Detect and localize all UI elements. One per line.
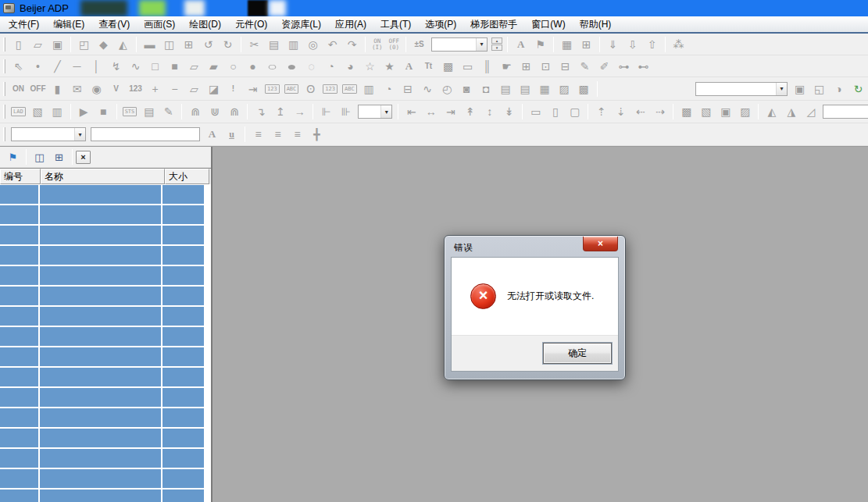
screen-button-icon[interactable]: ▱ [184,80,204,98]
function-button-icon[interactable]: ◪ [204,80,223,98]
prev-screen-icon[interactable]: ↺ [198,36,218,53]
table-row[interactable] [0,246,211,266]
draw-parallelogram-icon[interactable]: ▱ [184,58,204,75]
connector-b-icon[interactable]: ⊷ [634,58,653,75]
numeric-entry-icon[interactable]: 123 [126,80,145,98]
ladder-copy-icon[interactable]: ▥ [48,103,67,120]
column-header-name[interactable]: 名称 [41,169,165,184]
table-row[interactable] [0,287,211,307]
draw-point-icon[interactable]: • [28,58,48,75]
page-copy-icon[interactable]: ▤ [139,103,159,120]
touch-area-icon[interactable]: ☛ [497,58,516,75]
dashed-frame-icon[interactable]: ⊟ [555,58,575,75]
round-lamp-icon[interactable]: ◉ [87,80,106,98]
column-header-number[interactable]: 编号 [0,169,41,184]
jump-down-icon[interactable]: ↴ [251,103,270,120]
table-row[interactable] [0,226,211,246]
flip-vertical-icon[interactable]: ◮ [781,103,801,120]
ok-button[interactable]: 确定 [543,343,612,364]
bar-graph-icon[interactable]: ▥ [359,80,379,98]
multi-copy-icon[interactable]: ⚑ [530,36,550,53]
menu-screen[interactable]: 画面(S) [137,17,182,31]
undo-icon[interactable]: ↶ [323,36,342,53]
menu-draw[interactable]: 绘图(D) [182,17,228,31]
table-row[interactable] [0,368,211,388]
font-settings-icon[interactable]: Tt [419,58,438,75]
alarm-tag-icon[interactable]: ◆ [94,36,113,53]
contact-open-icon[interactable]: ⊩ [316,103,336,120]
screen-list-view-icon[interactable]: ◫ [30,148,49,166]
screen-preview-icon[interactable]: ◫ [159,36,179,53]
set-value-icon[interactable]: V [106,80,126,98]
nudge-left-icon[interactable]: ⇠ [630,103,650,120]
date-display-icon[interactable]: ⊟ [398,80,418,98]
draw-polyline-icon[interactable]: ↯ [106,58,126,75]
download-app-icon[interactable]: ⇩ [623,36,642,53]
upload-app-icon[interactable]: ⇧ [642,36,662,53]
sub-screen-list-icon[interactable]: ▤ [516,80,535,98]
text-input-field[interactable] [91,127,200,141]
flip-horizontal-icon[interactable]: ◭ [762,103,781,120]
next-screen-icon[interactable]: ↻ [218,36,238,53]
draw-hline-icon[interactable]: ─ [67,58,87,75]
menu-help[interactable]: 帮助(H) [573,17,619,31]
decrement-icon[interactable]: − [165,80,184,98]
new-file-icon[interactable]: ▯ [9,36,28,53]
draw-filled-parallelogram-icon[interactable]: ▰ [204,58,223,75]
pen-style-icon[interactable]: ✎ [575,58,595,75]
align-bottom-icon[interactable]: ↡ [499,103,519,120]
rotate-icon[interactable]: ◿ [801,103,820,120]
part-link-icon[interactable]: ◑ [829,80,848,98]
draw-curve-icon[interactable]: ∿ [126,58,145,75]
increment-icon[interactable]: + [145,80,165,98]
grid-toggle-icon[interactable]: ▦ [557,36,577,53]
ladder-screen-icon[interactable]: ▧ [28,103,48,120]
brush-style-icon[interactable]: ✐ [595,58,614,75]
same-size-icon[interactable]: ▢ [565,103,584,120]
menu-ladder-helper[interactable]: 梯形图帮手 [463,17,524,31]
redo-icon[interactable]: ↷ [342,36,362,53]
message-lamp-icon[interactable]: ✉ [67,80,87,98]
menu-edit[interactable]: 编辑(E) [46,17,91,31]
on-lamp-icon[interactable]: ON [9,80,28,98]
draw-rect-icon[interactable]: □ [145,58,165,75]
find-icon[interactable]: ◎ [303,36,323,53]
paste-icon[interactable]: ▥ [284,36,303,53]
ladder-combo[interactable]: ▾ [358,105,392,119]
cut-icon[interactable]: ✂ [245,36,264,53]
open-file-icon[interactable]: ▱ [28,36,48,53]
align-left-icon[interactable]: ⇤ [402,103,421,120]
network-setup-icon[interactable]: ⁂ [669,36,688,53]
menu-file[interactable]: 文件(F) [2,17,46,31]
popup-button-icon[interactable]: ◘ [477,80,496,98]
snap-grid-icon[interactable]: ⊞ [577,36,596,53]
nudge-up-icon[interactable]: ⇡ [591,103,611,120]
screen-detail-view-icon[interactable]: ⊞ [49,148,69,166]
text-align-right-icon[interactable]: ≡ [288,126,307,143]
menu-application[interactable]: 应用(A) [328,17,373,31]
dialog-close-button[interactable]: × [583,237,618,251]
state-spinner[interactable]: ▴▾ [491,37,502,51]
draw-arc-icon[interactable]: ◌ [302,58,321,75]
draw-scale-icon[interactable]: ║ [477,58,497,75]
draw-filled-circle-icon[interactable]: ● [243,58,263,75]
numeric-display-icon[interactable]: 123 [323,84,338,94]
page-edit-icon[interactable]: ✎ [159,103,178,120]
table-row[interactable] [0,327,211,347]
same-height-icon[interactable]: ▯ [545,103,565,120]
align-right-icon[interactable]: ⇥ [441,103,460,120]
draw-bitmap-icon[interactable]: ▩ [438,58,458,75]
draw-filled-pie-icon[interactable]: ◕ [341,58,360,75]
text-select-icon[interactable]: A [511,36,530,53]
on-state-button[interactable]: ON(I) [369,38,386,51]
dot-frame-icon[interactable]: ⊡ [536,58,555,75]
draw-pie-icon[interactable]: ◔ [321,58,341,75]
trend-graph-icon[interactable]: ∿ [418,80,438,98]
recipe-list-icon[interactable]: ▤ [496,80,516,98]
keypad-icon[interactable]: ▦ [535,80,555,98]
table-row[interactable] [0,408,211,429]
table-row[interactable] [0,388,211,408]
menu-view[interactable]: 查看(V) [91,17,137,31]
draw-table-icon[interactable]: ⊞ [516,58,536,75]
draw-frame-icon[interactable]: ▭ [458,58,477,75]
